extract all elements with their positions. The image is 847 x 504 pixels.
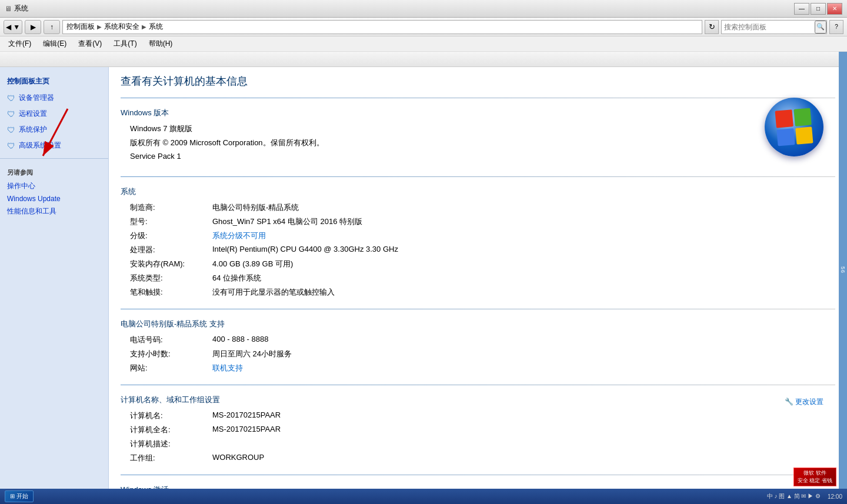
toolbar — [0, 52, 847, 67]
sidebar-item-remote[interactable]: 🛡 远程设置 — [0, 106, 108, 122]
sidebar-item-protection[interactable]: 🛡 系统保护 — [0, 122, 108, 138]
value-ram: 4.00 GB (3.89 GB 可用) — [212, 259, 293, 269]
sidebar-other-section: 另请参阅 — [0, 163, 108, 179]
info-row-systype: 系统类型: 64 位操作系统 — [121, 271, 835, 285]
menu-help[interactable]: 帮助(H) — [143, 37, 179, 51]
watermark-line1: 微软 软件 — [798, 469, 832, 477]
windows-flag — [775, 108, 813, 146]
sidebar-link-windows-update[interactable]: Windows Update — [0, 193, 108, 205]
system-section: 系统 制造商: 电脑公司特别版-精品系统 型号: Ghost_Win7 SP1 … — [121, 186, 835, 299]
windows-edition: Windows 7 旗舰版 — [130, 124, 192, 134]
support-section-title: 电脑公司特别版-精品系统 支持 — [121, 319, 835, 329]
flag-green — [793, 108, 812, 126]
up-button[interactable]: ↑ — [44, 20, 60, 34]
support-section: 电脑公司特别版-精品系统 支持 电话号码: 400 - 888 - 8888 支… — [121, 319, 835, 375]
windows-version-title: Windows 版本 — [121, 108, 835, 118]
sidebar-label-advanced: 高级系统设置 — [19, 141, 61, 151]
value-rating[interactable]: 系统分级不可用 — [212, 231, 266, 241]
info-row-manufacturer: 制造商: 电脑公司特别版-精品系统 — [121, 201, 835, 215]
shield-icon-1: 🛡 — [7, 94, 15, 103]
info-row-compfullname: 计算机全名: MS-20170215PAAR — [121, 423, 835, 437]
info-row-sp: Service Pack 1 — [121, 150, 835, 162]
info-row-workgroup: 工作组: WORKGROUP — [121, 451, 835, 465]
main-layout: 控制面板主页 🛡 设备管理器 🛡 远程设置 🛡 系统保护 🛡 高级系统设置 — [0, 67, 847, 504]
label-hours: 支持小时数: — [130, 349, 212, 359]
label-cpu: 处理器: — [130, 245, 212, 255]
shield-icon-2: 🛡 — [7, 109, 15, 119]
windows-orb — [765, 98, 823, 156]
title-bar-left: 🖥 系统 — [5, 4, 28, 14]
value-workgroup: WORKGROUP — [212, 453, 264, 463]
flag-red — [775, 109, 793, 128]
menu-view[interactable]: 查看(V) — [72, 37, 108, 51]
label-phone: 电话号码: — [130, 335, 212, 345]
breadcrumb-part2: 系统和安全 — [104, 22, 139, 32]
windows-logo — [765, 98, 823, 156]
divider-5 — [121, 475, 835, 475]
minimize-button[interactable]: — — [794, 3, 809, 15]
search-input[interactable] — [722, 23, 815, 31]
windows-version-section: Windows 版本 Windows 7 旗舰版 版权所有 © 2009 Mic… — [121, 108, 835, 162]
info-row-cpu: 处理器: Intel(R) Pentium(R) CPU G4400 @ 3.3… — [121, 243, 835, 257]
menu-bar: 文件(F) 编辑(E) 查看(V) 工具(T) 帮助(H) — [0, 36, 847, 52]
back-button[interactable]: ◀ ▼ — [4, 20, 22, 34]
divider-3 — [121, 309, 835, 309]
menu-edit[interactable]: 编辑(E) — [37, 37, 72, 51]
sidebar-label-protection: 系统保护 — [19, 125, 47, 135]
label-compdesc: 计算机描述: — [130, 439, 212, 449]
flag-yellow — [795, 126, 813, 145]
change-settings-button[interactable]: 🔧 更改设置 — [785, 397, 823, 407]
sidebar-link-action-center[interactable]: 操作中心 — [0, 179, 108, 193]
label-compname: 计算机名: — [130, 410, 212, 421]
right-accent: 56 — [839, 52, 847, 489]
value-phone: 400 - 888 - 8888 — [212, 335, 268, 345]
divider-4 — [121, 385, 835, 385]
value-website[interactable]: 联机支持 — [212, 363, 243, 373]
sidebar: 控制面板主页 🛡 设备管理器 🛡 远程设置 🛡 系统保护 🛡 高级系统设置 — [0, 67, 109, 504]
value-manufacturer: 电脑公司特别版-精品系统 — [212, 202, 299, 213]
info-row-copyright: 版权所有 © 2009 Microsoft Corporation。保留所有权利… — [121, 136, 835, 150]
value-model: Ghost_Win7 SP1 x64 电脑公司 2016 特别版 — [212, 216, 362, 227]
breadcrumb-part1: 控制面板 — [66, 22, 95, 32]
label-systype: 系统类型: — [130, 273, 212, 283]
label-compfullname: 计算机全名: — [130, 425, 212, 435]
close-button[interactable]: ✕ — [827, 3, 842, 15]
info-row-edition: Windows 7 旗舰版 — [121, 122, 835, 136]
menu-file[interactable]: 文件(F) — [2, 37, 37, 51]
help-button[interactable]: ? — [829, 20, 843, 34]
taskbar-icons: 中 ♪ 图 ▲ 简 ✉ ▶ ⚙ — [767, 492, 821, 500]
value-compname: MS-20170215PAAR — [212, 410, 281, 421]
info-row-hours: 支持小时数: 周日至周六 24小时服务 — [121, 347, 835, 361]
forward-button[interactable]: ▶ — [25, 20, 41, 34]
maximize-button[interactable]: □ — [811, 3, 826, 15]
windows-sp: Service Pack 1 — [130, 152, 181, 161]
value-systype: 64 位操作系统 — [212, 273, 261, 283]
sidebar-label-remote: 远程设置 — [19, 109, 47, 119]
page-title: 查看有关计算机的基本信息 — [121, 74, 835, 88]
info-row-touch: 笔和触摸: 没有可用于此显示器的笔或触控输入 — [121, 285, 835, 299]
label-model: 型号: — [130, 216, 212, 227]
value-compfullname: MS-20170215PAAR — [212, 425, 281, 435]
label-workgroup: 工作组: — [130, 453, 212, 463]
watermark-line2: 安全 稳定 省钱 — [798, 477, 832, 485]
search-button[interactable]: 🔍 — [815, 21, 826, 34]
sidebar-link-performance[interactable]: 性能信息和工具 — [0, 205, 108, 218]
start-button[interactable]: ⊞ 开始 — [5, 490, 34, 502]
menu-tools[interactable]: 工具(T) — [108, 37, 142, 51]
divider-2 — [121, 176, 835, 177]
shield-icon-3: 🛡 — [7, 125, 15, 135]
computer-section-title: 计算机名称、域和工作组设置 — [121, 395, 220, 405]
sidebar-item-device-manager[interactable]: 🛡 设备管理器 — [0, 90, 108, 106]
value-hours: 周日至周六 24小时服务 — [212, 349, 292, 359]
info-row-ram: 安装内存(RAM): 4.00 GB (3.89 GB 可用) — [121, 257, 835, 271]
refresh-button[interactable]: ↻ — [705, 20, 719, 34]
breadcrumb-part3: 系统 — [149, 22, 163, 32]
label-rating: 分级: — [130, 231, 212, 241]
sidebar-item-advanced[interactable]: 🛡 高级系统设置 — [0, 138, 108, 153]
address-path[interactable]: 控制面板 ▶ 系统和安全 ▶ 系统 — [62, 20, 702, 34]
content-area: 查看有关计算机的基本信息 Windows 版本 Windows 7 旗舰版 版权… — [109, 67, 847, 504]
label-website: 网站: — [130, 363, 212, 373]
taskbar-left: ⊞ 开始 — [5, 490, 34, 502]
content-wrapper: 查看有关计算机的基本信息 Windows 版本 Windows 7 旗舰版 版权… — [121, 74, 835, 504]
sidebar-title: 控制面板主页 — [0, 73, 108, 90]
